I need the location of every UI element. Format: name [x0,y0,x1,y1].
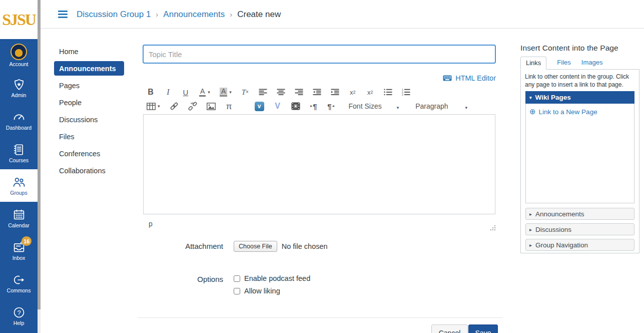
breadcrumb-group-link[interactable]: Discussion Group 1 [77,10,163,20]
hamburger-menu-icon[interactable] [58,11,68,20]
topic-title-input[interactable] [143,45,496,64]
italic-button[interactable]: I [164,86,173,98]
tab-files[interactable]: Files [557,59,570,69]
tab-links[interactable]: Links [520,57,546,70]
breadcrumb-announcements-link[interactable]: Announcements [163,10,237,20]
rce-content-area[interactable] [143,114,495,214]
sidebar-item-pages[interactable]: Pages [59,77,124,94]
calendar-icon [13,208,26,221]
video-embed-button[interactable]: V [273,100,282,112]
sidebar-item-calendar[interactable]: Calendar [0,202,38,234]
sidebar-item-inbox[interactable]: 16 Inbox [0,234,38,267]
sidebar-item-people[interactable]: People [59,94,124,111]
indent-button[interactable] [330,86,340,98]
cancel-button[interactable]: Cancel [431,324,468,333]
tab-images[interactable]: Images [581,59,603,69]
bullet-list-button[interactable] [383,86,393,98]
sidebar-item-label: Calendar [8,223,30,228]
attachment-label: Attachment [138,242,223,250]
wiki-pages-list: Link to a New Page [525,104,634,203]
save-button[interactable]: Save [468,324,498,333]
scrollbar-thumb[interactable] [38,0,41,309]
sidebar-item-discussions[interactable]: Discussions [59,111,124,128]
bold-button[interactable]: B [146,86,155,98]
clear-formatting-button[interactable]: T× [241,86,250,98]
people-icon [13,176,26,189]
outdent-icon [313,89,321,96]
sidebar-item-home[interactable]: Home [59,43,124,60]
outdent-button[interactable] [312,86,322,98]
vimeo-icon: v [255,102,264,111]
ltr-arrow: ▸ [310,104,312,108]
superscript-button[interactable]: x2 [348,86,357,98]
pilcrow-rtl-icon: ¶ [327,103,331,110]
sidebar-item-account[interactable]: Account [0,39,38,72]
enable-podcast-checkbox[interactable] [234,275,240,282]
svg-text:3: 3 [402,93,403,96]
sidebar-item-announcements[interactable]: Announcements [54,61,124,76]
sidebar-item-groups[interactable]: Groups [0,169,38,202]
align-right-button[interactable] [294,86,304,98]
insert-content-title: Insert Content into the Page [520,44,639,53]
sidebar-item-admin[interactable]: Admin [0,72,38,104]
media-record-button[interactable] [291,100,301,112]
announcements-accordion[interactable]: Announcements [525,208,634,220]
remove-link-button[interactable] [188,100,198,112]
allow-liking-option: Allow liking [234,287,280,295]
sidebar-item-label: Account [10,62,29,67]
paragraph-format-label: Paragraph [415,103,448,110]
notebook-icon [13,143,26,156]
discussions-accordion[interactable]: Discussions [525,223,634,235]
vimeo-embed-button[interactable]: v [254,100,265,112]
html-editor-toggle[interactable]: HTML Editor [443,74,496,82]
numbered-list-button[interactable]: 123 [401,86,411,98]
no-file-chosen-text: No file chosen [282,242,328,250]
allow-liking-checkbox[interactable] [234,288,240,294]
question-icon: ? [13,306,26,319]
background-color-button[interactable]: A [219,86,232,98]
insert-link-button[interactable] [169,100,179,112]
editor-path-status: p [149,220,153,228]
embed-image-button[interactable] [206,100,216,112]
ltr-direction-button[interactable]: ▸¶ [309,100,318,112]
attachment-control: Choose File No file chosen [234,241,328,252]
sidebar-item-collaborations[interactable]: Collaborations [59,162,124,179]
sidebar-item-help[interactable]: ? Help [0,299,38,332]
sidebar-item-courses[interactable]: Courses [0,137,38,169]
page-header: Discussion Group 1 Announcements Create … [41,0,644,29]
sidebar-item-label: Inbox [13,255,26,261]
link-new-page-label: Link to a New Page [539,108,597,116]
sidebar-item-conferences[interactable]: Conferences [59,145,124,162]
svg-text:?: ? [17,308,21,316]
discussions-accordion-label: Discussions [535,226,571,233]
text-color-button[interactable]: A [199,86,211,98]
sidebar-item-label: Help [14,320,25,326]
table-button[interactable] [146,100,161,112]
sidebar-item-dashboard[interactable]: Dashboard [0,104,38,137]
wiki-pages-accordion-header[interactable]: Wiki Pages [525,91,634,104]
sidebar-item-label: Groups [10,190,27,196]
sjsu-logo[interactable]: SJSU [0,0,38,39]
pi-icon: π [226,102,232,111]
link-new-page-button[interactable]: Link to a New Page [529,107,634,116]
font-sizes-dropdown[interactable]: Font Sizes [348,100,400,112]
sidebar-item-files[interactable]: Files [59,128,124,145]
rtl-direction-button[interactable]: ¶◂ [327,100,336,112]
editor-resize-handle[interactable] [489,224,496,231]
group-navigation-menu: Home Announcements Pages People Discussi… [59,43,124,179]
page-scrollbar[interactable] [38,0,41,333]
insert-equation-button[interactable]: π [225,100,234,112]
sidebar-item-commons[interactable]: Commons [0,267,38,299]
sidebar-item-label: Commons [7,288,31,293]
align-left-button[interactable] [258,86,268,98]
choose-file-button[interactable]: Choose File [234,241,277,252]
align-center-button[interactable] [276,86,286,98]
options-label: Options [138,275,223,283]
paragraph-format-dropdown[interactable]: Paragraph [415,100,468,112]
group-navigation-accordion[interactable]: Group Navigation [525,239,634,251]
subscript-button[interactable]: x2 [366,86,375,98]
underline-button[interactable]: U [181,86,190,98]
font-sizes-label: Font Sizes [349,103,382,110]
bold-icon: B [148,88,154,96]
sidebar-item-label: Courses [9,158,29,163]
